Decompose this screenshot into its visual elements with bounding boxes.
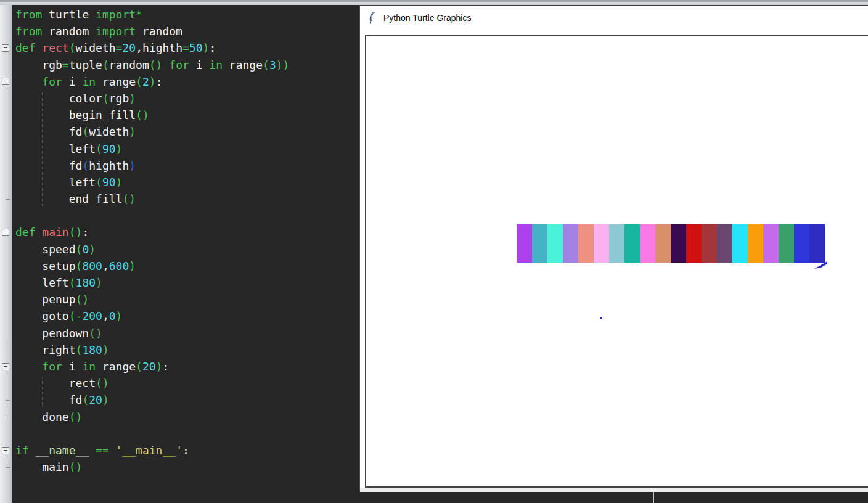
code-token: begin_fill <box>15 108 136 121</box>
code-token: ) <box>149 75 156 88</box>
fold-toggle-button[interactable] <box>2 78 9 85</box>
code-token: () <box>69 411 83 423</box>
code-token: ) <box>203 41 210 54</box>
window-title-bar[interactable]: Python Turtle Graphics <box>360 6 868 30</box>
code-token: done <box>15 411 69 423</box>
indent-guide <box>42 377 43 407</box>
code-token: random <box>136 25 182 38</box>
turtle-canvas <box>366 36 868 486</box>
turtle-graphics-window: Python Turtle Graphics <box>359 5 868 491</box>
code-token: () <box>89 327 102 340</box>
code-token: ( <box>76 260 83 272</box>
fold-toggle-button[interactable] <box>2 229 9 236</box>
code-token: : <box>182 444 189 457</box>
code-token: for <box>42 360 62 373</box>
color-bar <box>686 224 702 263</box>
code-token: penup <box>15 293 76 306</box>
code-token: in <box>209 59 223 72</box>
code-token: from <box>15 8 42 21</box>
turtle-cursor-shape <box>814 261 827 269</box>
code-token: ) <box>129 92 136 105</box>
code-token: '__main__' <box>116 444 182 457</box>
code-token: () <box>76 293 89 306</box>
code-area[interactable]: from turtle import*from random import ra… <box>12 5 359 503</box>
code-token: * <box>136 8 142 21</box>
code-token: rect <box>42 41 68 54</box>
color-bar <box>517 224 532 263</box>
color-bar <box>655 224 671 263</box>
color-bar <box>547 224 563 263</box>
code-token: ( <box>136 75 142 88</box>
code-token: pendown <box>15 327 89 340</box>
code-line: color(rgb) <box>15 90 359 107</box>
code-editor-pane[interactable]: from turtle import*from random import ra… <box>0 5 359 503</box>
minus-icon <box>4 232 7 232</box>
color-bar <box>563 224 578 263</box>
code-token: ) <box>102 393 109 406</box>
code-token: ) <box>129 260 136 272</box>
color-bar <box>779 224 794 263</box>
code-token: )) <box>276 59 290 72</box>
code-token: ( <box>102 92 109 105</box>
minus-icon <box>4 47 7 48</box>
code-token: left <box>15 276 69 289</box>
code-token: ( <box>102 59 109 72</box>
pen-start-dot <box>600 317 602 319</box>
turtle-cursor-icon <box>814 261 828 270</box>
code-token: i <box>189 59 210 72</box>
code-token: setup <box>15 260 76 272</box>
background-window-edge <box>653 492 654 503</box>
color-bar <box>532 224 547 263</box>
code-line: from turtle import* <box>15 6 359 23</box>
code-token: - <box>76 309 83 322</box>
code-line: fd(wideth) <box>15 123 359 140</box>
code-line <box>15 425 359 442</box>
code-line: from random import random <box>15 23 359 39</box>
fold-line-corner <box>6 400 10 401</box>
color-bar <box>794 224 809 263</box>
code-line: goto(-200,0) <box>15 308 359 324</box>
code-token: ( <box>263 59 269 72</box>
code-token: from <box>15 25 42 38</box>
tk-feather-icon <box>368 11 376 25</box>
code-token: left <box>15 142 96 155</box>
color-bar <box>671 224 686 263</box>
fold-toggle-button[interactable] <box>2 44 9 52</box>
color-bar <box>609 224 624 263</box>
code-token: ( <box>76 243 83 256</box>
code-line: fd(highth) <box>15 157 359 174</box>
code-token: fd <box>15 393 82 406</box>
code-token: = <box>182 41 189 54</box>
code-line: speed(0) <box>15 241 359 258</box>
code-token: range <box>223 59 263 72</box>
code-token: ( <box>76 343 83 356</box>
minus-icon <box>4 366 7 367</box>
code-token: rgb <box>15 59 62 72</box>
code-token: 0 <box>109 309 116 322</box>
code-line: setup(800,600) <box>15 258 359 274</box>
code-token: highth <box>142 41 182 54</box>
color-bar <box>763 224 779 263</box>
code-token: left <box>15 176 96 189</box>
code-token: ( <box>96 142 102 155</box>
code-line: right(180) <box>15 341 359 358</box>
code-token: ( <box>82 159 89 172</box>
fold-toggle-button[interactable] <box>2 447 9 454</box>
code-token: for <box>169 59 189 72</box>
fold-toggle-button[interactable] <box>2 363 9 370</box>
color-bar <box>702 224 717 263</box>
code-token: : <box>209 41 216 54</box>
code-line: left(180) <box>15 274 359 291</box>
fold-gutter[interactable] <box>0 5 12 503</box>
code-token: = <box>116 41 123 54</box>
code-token: : <box>82 226 89 239</box>
code-token: main <box>42 226 68 239</box>
code-token: rgb <box>109 92 129 105</box>
code-token: random <box>109 59 149 72</box>
code-token: turtle <box>42 8 96 21</box>
code-token: ) <box>129 159 136 172</box>
code-token <box>89 444 96 457</box>
code-line: done() <box>15 409 359 425</box>
code-token: 50 <box>189 41 203 54</box>
fold-line <box>6 371 6 400</box>
